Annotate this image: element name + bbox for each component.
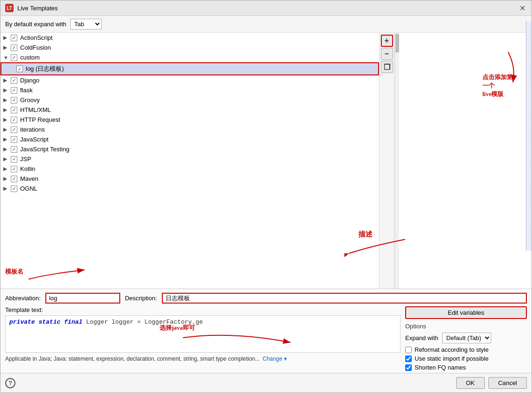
abbreviation-row: Abbreviation: Description: bbox=[5, 293, 527, 304]
options-checkboxes: Reformat according to style Use static i… bbox=[405, 346, 527, 371]
checkbox-django[interactable] bbox=[11, 77, 17, 84]
live-templates-dialog: LT Live Templates ✕ By default expand wi… bbox=[0, 0, 532, 393]
edit-variables-button[interactable]: Edit variables bbox=[405, 306, 527, 319]
reformat-label: Reformat according to style bbox=[415, 346, 488, 353]
item-label-coldfusion: ColdFusion bbox=[20, 44, 51, 51]
expand-with-select[interactable]: Default (Tab) Tab Enter Space bbox=[442, 333, 491, 343]
ok-button[interactable]: OK bbox=[456, 377, 485, 389]
checkbox-jsp[interactable] bbox=[11, 156, 17, 163]
checkbox-kotlin[interactable] bbox=[11, 166, 17, 172]
expand-arrow-jstesting: ▶ bbox=[3, 146, 11, 152]
tree-item-jstesting[interactable]: ▶ JavaScript Testing bbox=[0, 144, 379, 154]
content-area: ▶ ActionScript ▶ ColdFusion ▼ custom bbox=[0, 33, 532, 289]
applicable-text: Applicable in Java; Java: statement, exp… bbox=[5, 356, 260, 362]
right-accent bbox=[526, 33, 532, 251]
toolbar: By default expand with Tab Enter Space bbox=[0, 16, 532, 33]
expand-with-label: Expand with bbox=[405, 334, 438, 341]
copy-template-button[interactable]: ❐ bbox=[381, 61, 393, 73]
expand-label: By default expand with bbox=[5, 21, 66, 28]
item-label-django: Django bbox=[20, 77, 39, 84]
checkbox-actionscript[interactable] bbox=[11, 35, 17, 41]
item-label-groovy: Groovy bbox=[20, 96, 40, 104]
expand-select[interactable]: Tab Enter Space bbox=[70, 19, 102, 30]
expand-arrow-ognl: ▶ bbox=[3, 185, 11, 192]
tree-item-ognl[interactable]: ▶ OGNL bbox=[0, 184, 379, 193]
add-template-button[interactable]: + bbox=[381, 35, 393, 47]
tree-item-django[interactable]: ▶ Django bbox=[0, 75, 379, 85]
expand-arrow-httprequest: ▶ bbox=[3, 117, 11, 123]
tree-item-iterations[interactable]: ▶ iterations bbox=[0, 125, 379, 134]
template-text-label: Template text: bbox=[5, 306, 401, 313]
checkbox-coldfusion[interactable] bbox=[11, 44, 17, 51]
tree-item-log[interactable]: log (日志模板) bbox=[0, 62, 379, 75]
checkbox-javascript[interactable] bbox=[11, 136, 17, 143]
item-label-iterations: iterations bbox=[20, 126, 45, 133]
checkbox-groovy[interactable] bbox=[11, 97, 17, 104]
item-label-javascript: JavaScript bbox=[20, 136, 49, 143]
item-label-actionscript: ActionScript bbox=[20, 34, 52, 41]
tree-item-flask[interactable]: ▶ flask bbox=[0, 85, 379, 95]
tree-item-actionscript[interactable]: ▶ ActionScript bbox=[0, 33, 379, 43]
tree-item-kotlin[interactable]: ▶ Kotlin bbox=[0, 164, 379, 174]
options-panel: Edit variables Options Expand with Defau… bbox=[405, 306, 527, 371]
help-button[interactable]: ? bbox=[5, 378, 15, 388]
footer-left: ? bbox=[5, 378, 15, 388]
description-input[interactable] bbox=[162, 293, 527, 304]
expand-arrow: ▶ bbox=[3, 44, 11, 51]
expand-arrow-django: ▶ bbox=[3, 77, 11, 83]
item-label-kotlin: Kotlin bbox=[20, 165, 36, 172]
tree-item-httprequest[interactable]: ▶ HTTP Request bbox=[0, 115, 379, 125]
title-bar: LT Live Templates ✕ bbox=[0, 0, 532, 16]
change-link[interactable]: Change ▾ bbox=[262, 356, 286, 362]
abbreviation-input[interactable] bbox=[45, 293, 120, 304]
expand-with-row: Expand with Default (Tab) Tab Enter Spac… bbox=[405, 333, 527, 343]
item-label-custom: custom bbox=[20, 54, 40, 61]
description-label: Description: bbox=[125, 295, 157, 302]
scrollbar[interactable] bbox=[394, 33, 399, 289]
expand-arrow-javascript: ▶ bbox=[3, 136, 11, 142]
template-tree: ▶ ActionScript ▶ ColdFusion ▼ custom bbox=[0, 33, 379, 289]
footer: ? OK Cancel bbox=[0, 373, 532, 393]
cancel-button[interactable]: Cancel bbox=[488, 377, 527, 389]
shorten-fq-row: Shorten FQ names bbox=[405, 364, 527, 371]
shorten-fq-label: Shorten FQ names bbox=[415, 364, 466, 371]
tree-item-jsp[interactable]: ▶ JSP bbox=[0, 154, 379, 164]
expand-arrow-iterations: ▶ bbox=[3, 126, 11, 133]
template-code-editor[interactable]: private static final Logger logger = Log… bbox=[5, 315, 401, 353]
checkbox-maven[interactable] bbox=[11, 176, 17, 182]
kw-private: private bbox=[9, 319, 35, 326]
remove-template-button[interactable]: − bbox=[381, 48, 393, 60]
expand-arrow-maven: ▶ bbox=[3, 176, 11, 182]
bottom-section: Abbreviation: Description: Template text… bbox=[0, 289, 532, 373]
template-left: Template text: private static final Logg… bbox=[5, 306, 401, 371]
template-section: Template text: private static final Logg… bbox=[5, 306, 527, 371]
reformat-checkbox[interactable] bbox=[405, 347, 412, 353]
tree-item-coldfusion[interactable]: ▶ ColdFusion bbox=[0, 43, 379, 52]
reformat-row: Reformat according to style bbox=[405, 346, 527, 353]
tree-item-htmlxml[interactable]: ▶ HTML/XML bbox=[0, 105, 379, 115]
side-buttons-panel: + − ❐ bbox=[379, 33, 394, 289]
checkbox-flask[interactable] bbox=[11, 87, 17, 94]
item-label-jstesting: JavaScript Testing bbox=[20, 146, 69, 153]
scrollbar-thumb bbox=[395, 34, 399, 52]
checkbox-log[interactable] bbox=[16, 66, 23, 72]
shorten-fq-checkbox[interactable] bbox=[405, 364, 412, 371]
expand-arrow-jsp: ▶ bbox=[3, 156, 11, 162]
tree-item-groovy[interactable]: ▶ Groovy bbox=[0, 95, 379, 105]
item-label-ognl: OGNL bbox=[20, 185, 37, 192]
close-button[interactable]: ✕ bbox=[517, 3, 527, 13]
use-static-checkbox[interactable] bbox=[405, 356, 412, 362]
tree-item-javascript[interactable]: ▶ JavaScript bbox=[0, 134, 379, 144]
tree-item-maven[interactable]: ▶ Maven bbox=[0, 174, 379, 184]
checkbox-custom[interactable] bbox=[11, 54, 17, 61]
item-label-maven: Maven bbox=[20, 175, 38, 182]
item-label-httprequest: HTTP Request bbox=[20, 116, 60, 123]
checkbox-jstesting[interactable] bbox=[11, 146, 17, 153]
tree-item-custom[interactable]: ▼ custom bbox=[0, 52, 379, 62]
kw-static: static bbox=[38, 319, 60, 326]
checkbox-htmlxml[interactable] bbox=[11, 107, 17, 113]
checkbox-iterations[interactable] bbox=[11, 126, 17, 133]
use-static-label: Use static import if possible bbox=[415, 355, 488, 362]
checkbox-httprequest[interactable] bbox=[11, 117, 17, 123]
checkbox-ognl[interactable] bbox=[11, 185, 17, 192]
